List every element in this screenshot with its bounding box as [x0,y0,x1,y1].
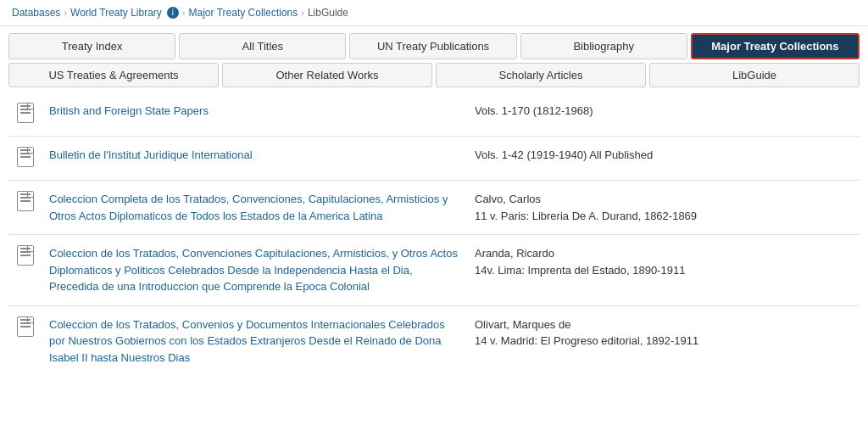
tab-all-titles[interactable]: All Titles [179,33,346,59]
result-meta: Aranda, Ricardo14v. Lima: Imprenta del E… [468,235,860,306]
tab-un-treaty[interactable]: UN Treaty Publications [349,33,516,59]
table-row: British and Foreign State PapersVols. 1-… [8,92,860,137]
table-row: Bulletin de l'Institut Juridique Interna… [8,137,860,181]
tab-treaty-index[interactable]: Treaty Index [8,33,175,59]
info-icon: i [167,7,179,19]
content-area: British and Foreign State PapersVols. 1-… [0,92,868,376]
tabs-container: Treaty IndexAll TitlesUN Treaty Publicat… [0,26,868,87]
breadcrumb-databases[interactable]: Databases [12,7,60,19]
result-title-link[interactable]: Bulletin de l'Institut Juridique Interna… [49,148,253,161]
tab-bibliography[interactable]: Bibliography [520,33,687,59]
tab-scholarly[interactable]: Scholarly Articles [436,63,646,87]
tabs-row-2: US Treaties & AgreementsOther Related Wo… [8,63,860,87]
result-title-link[interactable]: British and Foreign State Papers [49,104,209,117]
breadcrumb-world-treaty[interactable]: World Treaty Library [70,7,162,19]
document-icon [17,103,34,123]
tab-libguide[interactable]: LibGuide [649,63,860,87]
result-title-link[interactable]: Coleccion Completa de los Tratados, Conv… [49,193,448,222]
tab-us-treaties[interactable]: US Treaties & Agreements [8,63,219,87]
breadcrumb-major-treaty[interactable]: Major Treaty Collections [189,7,298,19]
result-title-link[interactable]: Coleccion de los Tratados, Convenios y D… [49,318,445,364]
breadcrumb-libguide: LibGuide [308,7,348,19]
results-table: British and Foreign State PapersVols. 1-… [8,92,860,376]
result-meta: Vols. 1-42 (1919-1940) All Published [468,137,860,181]
tabs-row-1: Treaty IndexAll TitlesUN Treaty Publicat… [8,33,860,59]
tab-other-related[interactable]: Other Related Works [222,63,432,87]
document-icon [17,147,34,167]
table-row: Coleccion de los Tratados, Convenciones … [8,235,860,306]
result-title-link[interactable]: Coleccion de los Tratados, Convenciones … [49,247,458,293]
breadcrumb: Databases › World Treaty Library i › Maj… [0,0,868,26]
tab-major-treaty[interactable]: Major Treaty Collections [691,33,860,59]
document-icon [17,245,34,266]
result-meta: Calvo, Carlos11 v. Paris: Libreria De A.… [468,181,860,235]
table-row: Coleccion Completa de los Tratados, Conv… [8,181,860,235]
table-row: Coleccion de los Tratados, Convenios y D… [8,305,860,376]
document-icon [17,316,34,337]
result-meta: Olivart, Marques de14 v. Madrid: El Prog… [468,305,860,376]
result-meta: Vols. 1-170 (1812-1968) [468,92,860,137]
document-icon [17,191,34,211]
